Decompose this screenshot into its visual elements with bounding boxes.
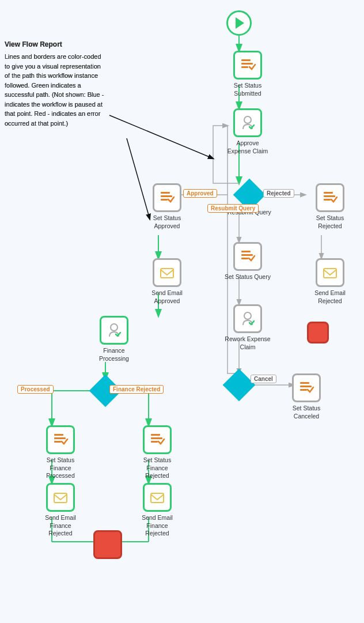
status-canceled-icon	[298, 379, 315, 397]
send-email-finance-rejected-node: Send Email Finance Rejected	[134, 483, 180, 538]
resubmit-diamond-wrap	[238, 183, 261, 206]
send-email-rejected-label: Send Email Rejected	[307, 289, 353, 305]
end-box	[93, 530, 122, 559]
cancel-diamond-node	[227, 373, 251, 397]
svg-point-28	[244, 116, 251, 123]
svg-rect-26	[241, 63, 253, 65]
set-status-finance-processed-node: Set Status Finance Processed	[37, 425, 84, 480]
start-circle	[226, 10, 252, 36]
send-email-finance-processed-box	[46, 483, 75, 512]
svg-rect-42	[300, 382, 309, 384]
set-status-canceled-label: Set Status Canceled	[283, 405, 329, 420]
set-status-approved-box	[153, 183, 181, 212]
set-status-finance-rejected-box	[143, 425, 172, 454]
send-email-approved-box	[153, 258, 181, 287]
email-finance-processed-icon	[52, 489, 69, 506]
cancel-diamond-wrap	[227, 373, 251, 397]
svg-rect-34	[324, 199, 331, 201]
set-status-submitted-label: Set Status Submitted	[225, 82, 271, 97]
email-finance-rejected-icon	[149, 489, 166, 506]
finance-processing-box	[100, 316, 128, 345]
info-title-text: View Flow Report	[5, 39, 105, 50]
end-node	[93, 530, 122, 559]
svg-rect-46	[54, 437, 66, 439]
finance-processing-label: Finance Processing	[91, 347, 137, 363]
set-status-query-label: Set Status Query	[225, 273, 271, 281]
send-email-finance-rejected-label: Send Email Finance Rejected	[134, 514, 180, 538]
email-rejected-icon	[321, 264, 339, 281]
set-status-rejected-node: Set Status Rejected	[307, 183, 353, 230]
finance-rejected-label: Finance Rejected	[109, 385, 164, 394]
status-finance-rejected-icon	[149, 431, 166, 448]
rejected-label: Rejected	[263, 189, 294, 198]
svg-rect-30	[161, 195, 172, 197]
approve-icon	[239, 114, 256, 131]
svg-rect-44	[300, 389, 307, 391]
processed-label: Processed	[17, 385, 54, 394]
send-email-approved-label: Send Email Approved	[144, 289, 190, 305]
rework-expense-box	[233, 304, 262, 333]
cancel-diamond	[223, 369, 256, 402]
approved-label: Approved	[183, 189, 217, 198]
svg-rect-48	[151, 434, 160, 436]
svg-rect-37	[241, 258, 248, 259]
status-icon	[239, 56, 256, 74]
svg-rect-45	[54, 434, 63, 436]
send-email-finance-processed-label: Send Email Finance Rejected	[37, 514, 84, 538]
set-status-query-node: Set Status Query	[225, 242, 271, 281]
svg-rect-35	[241, 251, 251, 252]
svg-rect-38	[161, 269, 173, 278]
end-rejected-box	[307, 322, 329, 343]
set-status-query-box	[233, 242, 262, 271]
cancel-label: Cancel	[251, 375, 276, 383]
info-panel-text: View Flow Report Lines and borders are c…	[5, 39, 105, 128]
set-status-rejected-box	[316, 183, 344, 212]
status-finance-processed-icon	[52, 431, 69, 448]
approve-expense-label: Approve Expense Claim	[225, 139, 271, 155]
set-status-submitted-node: Set Status Submitted	[225, 51, 271, 97]
status-approved-icon	[158, 189, 176, 206]
play-icon	[236, 17, 244, 29]
svg-rect-25	[241, 59, 251, 61]
svg-rect-31	[161, 199, 168, 201]
svg-rect-27	[241, 66, 248, 68]
set-status-finance-processed-box	[46, 425, 75, 454]
set-status-submitted-box	[233, 51, 262, 80]
status-query-icon	[239, 248, 256, 265]
svg-rect-52	[151, 493, 164, 503]
send-email-rejected-node: Send Email Rejected	[307, 258, 353, 305]
finance-processing-node: Finance Processing	[91, 316, 137, 363]
finance-processing-icon	[105, 322, 123, 339]
send-email-finance-rejected-box	[143, 483, 172, 512]
send-email-finance-processed-node: Send Email Finance Rejected	[37, 483, 84, 538]
rework-icon	[239, 310, 256, 327]
info-desc-text: Lines and borders are color-coded to giv…	[5, 53, 104, 127]
send-email-rejected-end-node	[307, 322, 329, 343]
svg-rect-43	[300, 386, 312, 387]
set-status-finance-processed-label: Set Status Finance Processed	[37, 456, 84, 480]
send-email-approved-node: Send Email Approved	[144, 258, 190, 305]
set-status-rejected-label: Set Status Rejected	[307, 214, 353, 230]
set-status-canceled-box	[292, 373, 321, 402]
set-status-canceled-node: Set Status Canceled	[283, 373, 329, 420]
svg-rect-32	[324, 192, 333, 194]
status-rejected-icon	[321, 189, 339, 206]
rework-expense-label: Rework Expense Claim	[225, 335, 271, 351]
start-node	[226, 10, 252, 36]
rework-expense-node: Rework Expense Claim	[225, 304, 271, 351]
svg-rect-29	[161, 192, 170, 194]
set-status-finance-rejected-node: Set Status Finance Rejected	[134, 425, 180, 480]
svg-rect-36	[241, 254, 253, 256]
svg-rect-49	[151, 437, 162, 439]
set-status-finance-rejected-label: Set Status Finance Rejected	[134, 456, 180, 480]
svg-rect-33	[324, 195, 335, 197]
svg-rect-51	[54, 493, 67, 503]
svg-point-40	[244, 312, 251, 319]
send-email-rejected-box	[316, 258, 344, 287]
resubmit-query-label: Resubmit Query	[207, 204, 259, 213]
set-status-approved-label: Set Status Approved	[144, 214, 190, 230]
approve-expense-box	[233, 108, 262, 137]
approve-expense-node: Approve Expense Claim	[225, 108, 271, 155]
svg-rect-47	[54, 441, 61, 443]
svg-rect-50	[151, 441, 158, 443]
